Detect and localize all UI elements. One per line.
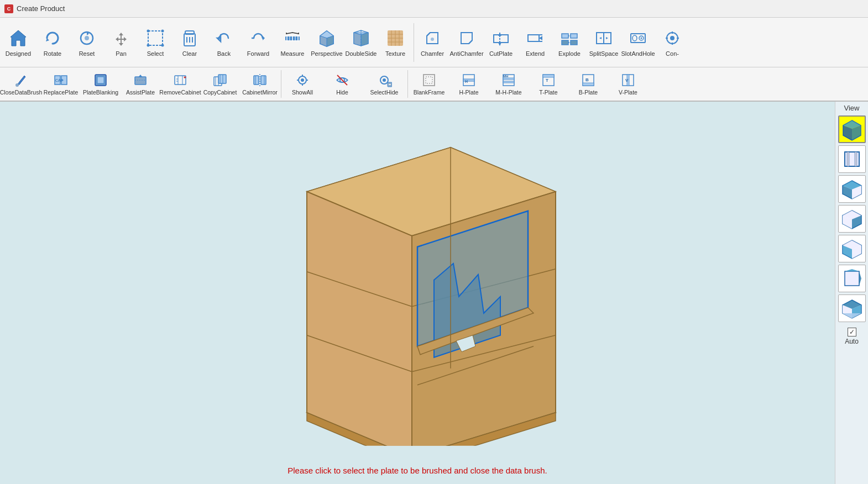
svg-marker-166 [845, 269, 859, 271]
select-button[interactable]: Select [138, 20, 172, 65]
rotate-label: Rotate [44, 50, 61, 57]
svg-marker-15 [263, 36, 265, 40]
svg-rect-95 [261, 76, 266, 85]
chamfer-icon [421, 27, 443, 49]
view-half-iso-right-button[interactable] [838, 265, 866, 292]
pan-icon [110, 27, 132, 49]
bplate-icon: B [579, 72, 597, 88]
assistplate-label: AssistPlate [126, 89, 155, 96]
explode-button[interactable]: Explode [552, 20, 587, 65]
svg-rect-76 [97, 77, 104, 83]
auto-label: Auto [845, 338, 859, 345]
splitspace-button[interactable]: SplitSpace [587, 20, 621, 65]
select-label: Select [147, 50, 164, 57]
tplate-icon: T [540, 72, 557, 88]
svg-marker-31 [354, 33, 361, 46]
removecabinet-label: RemoveCabinet [159, 89, 201, 96]
view-front-button[interactable] [838, 145, 866, 173]
pan-button[interactable]: Pan [104, 20, 138, 65]
extend-button[interactable]: Extend [518, 20, 552, 65]
plateblanking-icon [92, 72, 109, 88]
toolbar2-separator2 [407, 70, 408, 98]
reset-label: Reset [79, 50, 95, 57]
svg-point-8 [161, 44, 164, 46]
cutplate-label: CutPlate [489, 50, 513, 57]
slotandhole-button[interactable]: SlotAndHole [621, 20, 655, 65]
copycabinet-button[interactable]: CopyCabinet [200, 69, 240, 99]
slotandhole-icon [627, 27, 649, 49]
hide-label: Hide [336, 89, 348, 96]
assistplate-button[interactable]: AssistPlate [121, 69, 160, 99]
view-iso-lower-button[interactable] [838, 294, 866, 322]
svg-marker-79 [138, 75, 143, 77]
perspective-label: Perspective [311, 50, 342, 57]
status-text: Please click to select the plate to be b… [287, 466, 547, 475]
svg-point-40 [431, 38, 434, 41]
perspective-button[interactable]: Perspective [310, 20, 344, 65]
svg-marker-30 [361, 33, 368, 46]
cabinetmirror-label: CabinetMirror [242, 89, 278, 96]
cabinet-svg [263, 103, 572, 446]
showall-button[interactable]: ShowAll [283, 69, 322, 99]
designed-button[interactable]: Designed [1, 20, 35, 65]
selecthide-button[interactable]: SelectHide [362, 69, 406, 99]
hide-button[interactable]: Hide [322, 69, 362, 99]
pan-label: Pan [116, 50, 127, 57]
back-button[interactable]: Back [207, 20, 241, 65]
brush-icon [12, 72, 30, 88]
blankframe-button[interactable]: BlankFrame [409, 69, 449, 99]
hplate-button[interactable]: H H-Plate [449, 69, 489, 99]
plateblanking-button[interactable]: PlateBlanking [81, 69, 121, 99]
measure-button[interactable]: Measure [275, 20, 310, 65]
antichamfer-button[interactable]: AntiChamfer [449, 20, 484, 65]
svg-rect-45 [528, 35, 539, 41]
blankframe-label: BlankFrame [414, 89, 445, 96]
status-message: Please click to select the plate to be b… [287, 466, 547, 475]
svg-point-99 [301, 78, 304, 82]
app-icon: C [4, 4, 13, 13]
svg-rect-52 [571, 40, 577, 45]
plateblanking-label: PlateBlanking [83, 89, 118, 96]
showall-label: ShowAll [292, 89, 313, 96]
svg-marker-58 [606, 37, 608, 39]
extend-label: Extend [526, 50, 545, 57]
hplate-icon: H [460, 72, 478, 88]
cutplate-button[interactable]: CutPlate [484, 20, 518, 65]
explode-icon [558, 27, 581, 49]
view-perspective-button[interactable] [838, 115, 866, 143]
viewport[interactable]: Please click to select the plate to be b… [0, 102, 835, 484]
view-iso-right-button[interactable] [838, 205, 866, 233]
auto-checkbox[interactable] [848, 328, 856, 336]
mhplate-button[interactable]: MH M-H-Plate [489, 69, 529, 99]
antichamfer-label: AntiChamfer [449, 50, 483, 57]
measure-icon [281, 27, 304, 49]
removecabinet-button[interactable]: RemoveCabinet [160, 69, 200, 99]
svg-rect-116 [503, 78, 514, 80]
forward-button[interactable]: Forward [241, 20, 275, 65]
con-icon [661, 27, 683, 49]
closedatabrush-button[interactable]: CloseDataBrush [1, 69, 41, 99]
reset-button[interactable]: Reset [70, 20, 104, 65]
selecthide-label: SelectHide [370, 89, 399, 96]
rotate-button[interactable]: Rotate [35, 20, 70, 65]
svg-rect-49 [562, 34, 568, 38]
splitspace-icon [593, 27, 615, 49]
replaceplate-button[interactable]: CAD ReplacePlate [41, 69, 81, 99]
view-half-iso-left-button[interactable] [838, 235, 866, 262]
svg-point-6 [161, 29, 164, 32]
vplate-button[interactable]: V V-Plate [608, 69, 648, 99]
doubleside-button[interactable]: DoubleSide [344, 20, 378, 65]
explode-label: Explode [558, 50, 581, 57]
chamfer-button[interactable]: Chamfer [415, 20, 449, 65]
tplate-button[interactable]: T T-Plate [529, 69, 568, 99]
con-button[interactable]: Con- [655, 20, 689, 65]
svg-line-105 [337, 75, 347, 85]
house-icon [7, 27, 29, 49]
svg-rect-41 [494, 35, 508, 43]
cabinetmirror-button[interactable]: CabinetMirror [240, 69, 280, 99]
cabinet-3d-view [263, 103, 572, 448]
view-iso-left-button[interactable] [838, 175, 866, 203]
texture-button[interactable]: Texture [378, 20, 412, 65]
clear-button[interactable]: Clear [172, 20, 207, 65]
bplate-button[interactable]: B B-Plate [568, 69, 608, 99]
